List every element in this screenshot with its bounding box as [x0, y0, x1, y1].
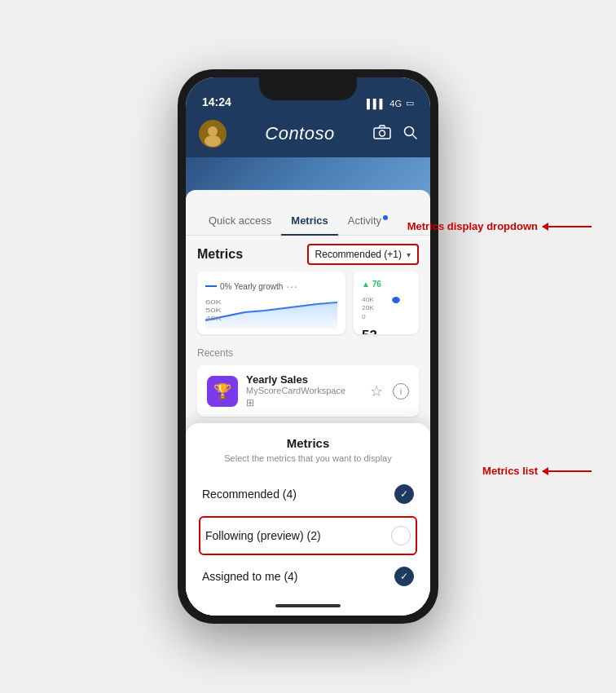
- network-type: 4G: [389, 99, 402, 108]
- status-icons: ▌▌▌ 4G ▭: [367, 98, 414, 108]
- annotation-label-list: Metrics list: [482, 465, 538, 477]
- sheet-option-recommended[interactable]: Recommended (4) ✓: [199, 475, 417, 514]
- metrics-display-dropdown-annotation: Metrics display dropdown: [407, 220, 592, 232]
- battery-icon: ▭: [406, 98, 414, 108]
- metric-card-toys[interactable]: ▲ 76 40K 20K 0 53. Toys Target: [354, 271, 419, 334]
- svg-rect-3: [374, 128, 390, 139]
- sheet-option-following[interactable]: Following (preview) (2): [199, 516, 417, 555]
- metrics-list-annotation: Metrics list: [482, 465, 592, 477]
- recent-item-name: Yearly Sales: [246, 373, 362, 386]
- camera-icon[interactable]: [373, 125, 391, 143]
- svg-text:40K: 40K: [362, 297, 375, 303]
- tab-activity[interactable]: Activity: [338, 206, 398, 235]
- home-bar: [275, 604, 341, 607]
- tab-quick-access[interactable]: Quick access: [199, 206, 281, 235]
- star-icon[interactable]: ☆: [370, 382, 383, 400]
- main-content: Metrics Recommended (+1) ▾ 0% Yearly gro…: [186, 236, 430, 616]
- svg-point-2: [205, 135, 221, 147]
- chevron-down-icon: ▾: [407, 250, 411, 259]
- svg-text:60K: 60K: [205, 298, 222, 305]
- dropdown-selected-value: Recommended (+1): [315, 249, 402, 260]
- signal-icon: ▌▌▌: [367, 99, 385, 108]
- option-recommended-check[interactable]: ✓: [394, 484, 414, 504]
- page-wrapper: Metrics display dropdown Metrics list 14…: [0, 0, 616, 693]
- recents-section: Recents 🏆 Yearly Sales MyScoreCardWorksp…: [186, 342, 430, 423]
- home-indicator: [199, 596, 417, 616]
- svg-point-1: [208, 126, 218, 136]
- metrics-header: Metrics Recommended (+1) ▾: [186, 236, 430, 271]
- toys-arrow-up: ▲ 76: [362, 280, 411, 289]
- avatar[interactable]: [199, 120, 227, 148]
- metric-cards-row: 0% Yearly growth ···: [186, 271, 430, 342]
- svg-text:20K: 20K: [362, 305, 375, 311]
- option-assigned-check[interactable]: ✓: [394, 567, 414, 586]
- annotation-label-dropdown: Metrics display dropdown: [407, 220, 538, 232]
- yearly-sales-icon: 🏆: [207, 376, 238, 407]
- option-recommended-label: Recommended (4): [202, 488, 297, 501]
- option-following-check[interactable]: [391, 526, 411, 545]
- hero-area: [186, 157, 430, 206]
- annotation-arrow-line-2: [543, 470, 592, 472]
- metric-card-clothing[interactable]: 0% Yearly growth ···: [197, 271, 345, 334]
- app-title: Contoso: [265, 123, 334, 144]
- growth-line-icon: [205, 285, 217, 287]
- status-time: 14:24: [202, 95, 231, 108]
- metrics-display-dropdown[interactable]: Recommended (+1) ▾: [307, 244, 419, 265]
- more-options-icon[interactable]: ···: [286, 280, 298, 293]
- info-icon[interactable]: i: [393, 383, 409, 399]
- metrics-bottom-sheet: Metrics Select the metrics that you want…: [186, 423, 430, 616]
- activity-notification-dot: [383, 215, 388, 220]
- search-icon[interactable]: [403, 125, 417, 143]
- growth-label: 0% Yearly growth ···: [205, 280, 337, 293]
- option-assigned-label: Assigned to me (4): [202, 570, 298, 583]
- clothing-chart: 60K 50K 40K: [205, 296, 337, 329]
- recent-item-yearly-sales[interactable]: 🏆 Yearly Sales MyScoreCardWorkspace ⊞ ☆ …: [197, 365, 419, 417]
- tab-metrics[interactable]: Metrics: [281, 206, 338, 235]
- recents-label: Recents: [197, 347, 419, 359]
- svg-text:50K: 50K: [205, 307, 222, 313]
- toys-chart: 40K 20K 0: [362, 292, 411, 324]
- svg-text:0: 0: [362, 314, 366, 320]
- recent-item-info: Yearly Sales MyScoreCardWorkspace ⊞: [246, 373, 362, 408]
- bottom-sheet-subtitle: Select the metrics that you want to disp…: [199, 453, 417, 463]
- recent-item-sub-icon: ⊞: [246, 397, 362, 408]
- app-header: Contoso: [186, 113, 430, 157]
- bottom-sheet-title: Metrics: [199, 436, 417, 450]
- phone-screen: 14:24 ▌▌▌ 4G ▭ Contoso: [186, 77, 430, 616]
- recent-item-workspace: MyScoreCardWorkspace: [246, 386, 362, 395]
- sheet-option-assigned[interactable]: Assigned to me (4) ✓: [199, 557, 417, 596]
- clothing-value-row: 63.76K/150K Completed: [205, 332, 337, 334]
- phone-notch: [259, 77, 357, 100]
- svg-line-6: [412, 135, 416, 139]
- option-following-label: Following (preview) (2): [205, 529, 321, 542]
- metrics-section-title: Metrics: [197, 247, 243, 262]
- svg-point-4: [379, 130, 385, 136]
- phone-frame: 14:24 ▌▌▌ 4G ▭ Contoso: [178, 69, 438, 624]
- recent-item-actions: ☆ i: [370, 382, 409, 400]
- svg-point-13: [392, 297, 400, 303]
- toys-value: 53.: [362, 328, 411, 334]
- tabs-bar: Quick access Metrics Activity: [186, 206, 430, 236]
- svg-text:40K: 40K: [205, 315, 222, 321]
- clothing-value: 63.76K/150K: [205, 332, 276, 334]
- annotation-arrow-line: [543, 226, 592, 227]
- svg-point-5: [404, 126, 413, 135]
- header-icons: [373, 125, 417, 143]
